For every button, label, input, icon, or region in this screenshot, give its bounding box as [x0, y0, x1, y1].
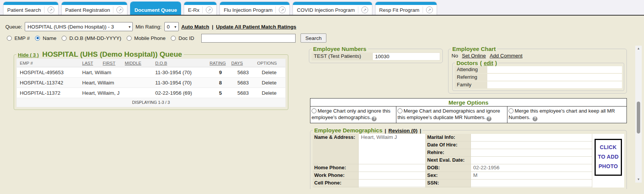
external-link-icon[interactable]: ↗	[361, 6, 368, 13]
tab-label: COVID Injection Program	[297, 7, 355, 13]
tab-patient-registration[interactable]: Patient Registration ↗	[61, 2, 128, 15]
employee-demographics-panel: Employee Demographics | Revision (0) | N…	[310, 127, 627, 189]
tab-covid-injection-program[interactable]: COVID Injection Program ↗	[293, 2, 372, 15]
tab-flu-injection-program[interactable]: Flu Injection Program ↗	[219, 2, 290, 15]
min-rating-select[interactable]: 0 ▾	[164, 22, 179, 31]
referring-field[interactable]	[487, 74, 622, 81]
doctor-row: Referring	[455, 74, 622, 81]
tab-label: Document Queue	[134, 7, 177, 13]
merge-option-text: Merge this employee's chart and keep all…	[509, 108, 615, 120]
marital-info-label: Marital Info:	[426, 134, 471, 141]
column-header-last[interactable]: LAST	[82, 61, 103, 65]
add-comment-link[interactable]: Add Comment	[490, 53, 522, 59]
tab-separator	[423, 6, 423, 13]
name-cell: Heart, Willaim, J	[82, 90, 155, 96]
merge-options-title: Merge Options	[310, 99, 627, 107]
demographics-title: Employee Demographics	[314, 127, 382, 134]
column-header-days[interactable]: DAYS	[231, 61, 257, 65]
column-header-rating[interactable]: RATING	[210, 61, 231, 65]
radio-label-dob[interactable]: D.O.B (MM-DD-YYYY)	[69, 35, 121, 41]
vertical-scrollbar[interactable]: ▲ ▼	[635, 46, 642, 183]
search-input[interactable]	[201, 34, 296, 43]
table-row[interactable]: HOSPITAL-113742 Heart, Willaim 11-30-195…	[17, 78, 285, 88]
tab-resp-fit-program[interactable]: Resp Fit Program ↗	[375, 2, 437, 15]
ssn-label: SSN:	[426, 180, 471, 187]
chart-status-row: No Set Online Add Comment	[452, 53, 623, 59]
help-icon[interactable]: ?	[372, 116, 377, 121]
auto-match-link[interactable]: Auto Match	[181, 24, 210, 30]
column-header-options: OPTIONS	[257, 61, 285, 65]
radio-label-name[interactable]: Name	[43, 35, 56, 41]
radio-merge-chart-only[interactable]	[312, 108, 316, 113]
radio-name[interactable]	[35, 36, 40, 41]
rating-cell: 9	[210, 70, 231, 75]
photo-text-line: PHOTO	[596, 162, 621, 171]
edit-doctors-link[interactable]: edit	[484, 60, 493, 66]
search-button[interactable]: Search	[301, 33, 327, 43]
help-icon[interactable]: ?	[533, 116, 537, 121]
radio-merge-keep-mr-numbers[interactable]	[509, 108, 514, 113]
tab-accent-bar	[3, 2, 58, 5]
tab-accent-bar	[375, 2, 437, 5]
attending-field[interactable]	[487, 66, 622, 73]
photo-text-line: TO ADD	[596, 152, 621, 162]
family-label: Family	[455, 81, 487, 89]
sex-value: M	[471, 172, 592, 179]
column-header-dob[interactable]: D.O.B	[155, 61, 210, 65]
next-eval-date-value	[471, 157, 592, 164]
radio-merge-chart-demographics[interactable]	[398, 108, 402, 113]
tab-e-rx[interactable]: E-Rx ↗	[184, 2, 217, 15]
radio-dob[interactable]	[62, 36, 67, 41]
radio-mobile-phone[interactable]	[127, 36, 132, 41]
table-row[interactable]: HOSPITAL-495653 Hart, William 11-30-1954…	[17, 67, 285, 78]
radio-label-doc-id[interactable]: Doc ID	[178, 35, 194, 41]
family-field[interactable]	[487, 81, 622, 89]
delete-link[interactable]: Delete	[257, 80, 285, 86]
hide-queue-link[interactable]: Hide ( 3 )	[18, 52, 39, 58]
rehire-value	[471, 149, 592, 156]
radio-label-emp-number[interactable]: EMP #	[14, 35, 30, 41]
tab-label: Patient Search	[7, 7, 41, 13]
employee-number-row: TEST (Test Patients) 10030	[312, 52, 440, 60]
work-phone-value	[359, 172, 425, 179]
tab-accent-bar	[184, 2, 216, 5]
table-row[interactable]: HOSPITAL-11372 Heart, Willaim, J 02-22-1…	[17, 88, 285, 98]
radio-label-mobile-phone[interactable]: Mobile Phone	[134, 35, 166, 41]
scroll-up-button[interactable]: ▲	[635, 46, 642, 52]
revision-link[interactable]: Revision (0)	[388, 128, 418, 134]
column-header-first[interactable]: FIRST	[103, 61, 125, 65]
set-online-link[interactable]: Set Online	[462, 53, 486, 59]
external-link-icon[interactable]: ↗	[426, 6, 433, 13]
queue-label: Queue:	[5, 24, 22, 30]
delete-link[interactable]: Delete	[257, 90, 285, 96]
update-ratings-link[interactable]: Update All Patient Match Ratings	[216, 24, 296, 30]
clipped-row-label	[313, 187, 358, 188]
add-photo-button[interactable]: CLICK TO ADD PHOTO	[595, 139, 622, 176]
search-row: EMP # Name D.O.B (MM-DD-YYYY) Mobile Pho…	[7, 33, 326, 43]
scrollbar-thumb[interactable]	[637, 102, 640, 134]
column-header-middle[interactable]: MIDDLE	[125, 61, 155, 65]
delete-link[interactable]: Delete	[257, 70, 285, 75]
merge-options-panel: Merge Options Merge Chart only and ignor…	[310, 98, 627, 123]
scroll-down-button[interactable]: ▼	[635, 177, 642, 183]
column-header-emp: EMP #	[17, 61, 82, 65]
queue-select[interactable]: HOSPITAL (UHS (Demo Hospital)) - 3 ▾	[25, 22, 133, 31]
days-cell: 5683	[231, 90, 257, 96]
tab-document-queue[interactable]: Document Queue	[130, 2, 181, 15]
external-link-icon[interactable]: ↗	[206, 6, 213, 13]
home-phone-label: Home Phone:	[313, 164, 358, 172]
tab-patient-search[interactable]: Patient Search ↗	[3, 2, 59, 15]
next-eval-date-label: Next Eval. Date:	[426, 157, 471, 164]
employee-number-field[interactable]: 10030	[372, 52, 440, 60]
external-link-icon[interactable]: ↗	[48, 6, 54, 13]
tab-bar: Patient Search ↗ Patient Registration ↗ …	[0, 0, 644, 16]
clipped-row-value	[471, 187, 592, 188]
radio-doc-id[interactable]	[171, 36, 176, 41]
radio-emp-number[interactable]	[7, 36, 12, 41]
days-cell: 5683	[231, 70, 257, 75]
external-link-icon[interactable]: ↗	[116, 6, 123, 13]
date-of-hire-value	[471, 142, 592, 149]
help-icon[interactable]: ?	[487, 116, 491, 121]
external-link-icon[interactable]: ↗	[279, 6, 286, 13]
sex-label: Sex:	[426, 172, 471, 179]
